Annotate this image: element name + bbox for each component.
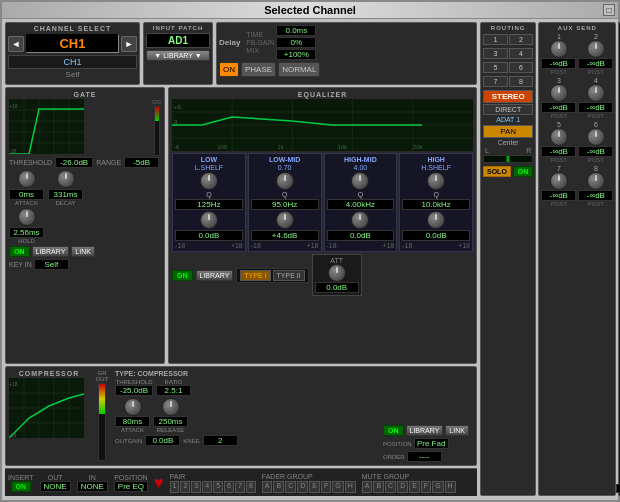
eq-low-q-knob[interactable] — [200, 172, 218, 190]
routing-bus6[interactable]: 6 — [509, 62, 534, 73]
routing-bus1[interactable]: 1 — [483, 34, 508, 45]
aux-8-knob[interactable] — [587, 172, 605, 190]
gate-hold-value: 2.56ms — [9, 227, 44, 238]
comp-on-button[interactable]: ON — [383, 425, 404, 436]
routing-bus2[interactable]: 2 — [509, 34, 534, 45]
aux-3-knob[interactable] — [550, 84, 568, 102]
gate-attack-knob[interactable] — [18, 170, 36, 188]
fader-group-btn-b[interactable]: B — [273, 481, 284, 493]
delay-on-button[interactable]: ON — [219, 62, 239, 77]
fader-group-btn-a[interactable]: A — [262, 481, 273, 493]
routing-r-label: R — [526, 147, 531, 154]
fader-group-btn-d[interactable]: D — [297, 481, 308, 493]
pair-btn-1[interactable]: 1 — [170, 481, 180, 493]
fader-group-btn-c[interactable]: C — [285, 481, 296, 493]
delay-normal-button[interactable]: NORMAL — [278, 62, 320, 77]
mute-group-btn-c[interactable]: C — [385, 481, 396, 493]
aux-1-value: -∞dB — [541, 58, 576, 69]
routing-pan-slider[interactable] — [483, 155, 533, 163]
gate-decay-label: DECAY — [55, 200, 75, 206]
routing-pan-button[interactable]: PAN — [483, 125, 533, 138]
eq-highmid-gain-knob[interactable] — [351, 211, 369, 229]
aux-7-knob[interactable] — [550, 172, 568, 190]
pair-btn-2[interactable]: 2 — [180, 481, 190, 493]
gate-link-button[interactable]: LINK — [71, 246, 95, 257]
eq-library-button[interactable]: LIBRARY — [196, 270, 234, 281]
pair-btn-8[interactable]: 8 — [246, 481, 256, 493]
pair-btn-5[interactable]: 5 — [213, 481, 223, 493]
eq-lowmid-range: -18+18 — [251, 242, 319, 249]
eq-high-q-knob[interactable] — [427, 172, 445, 190]
eq-high-label: HIGH — [427, 156, 445, 163]
aux-4-knob[interactable] — [587, 84, 605, 102]
aux-2-knob[interactable] — [587, 40, 605, 58]
eq-on-button[interactable]: ON — [172, 270, 193, 281]
routing-l-label: L — [485, 147, 489, 154]
routing-bus8[interactable]: 8 — [509, 76, 534, 87]
gate-hold-knob[interactable] — [18, 208, 36, 226]
mute-group-btn-f[interactable]: F — [421, 481, 431, 493]
pair-btn-6[interactable]: 6 — [224, 481, 234, 493]
fader-group-btn-h[interactable]: H — [345, 481, 356, 493]
aux-1-knob[interactable] — [550, 40, 568, 58]
eq-band-high: HIGH H.SHELF Q 10.0kHz 0.0dB -18+18 — [399, 153, 473, 252]
routing-solo-button[interactable]: SOLO — [483, 166, 511, 177]
fader-group-btn-g[interactable]: G — [332, 481, 343, 493]
fader-group-btn-e[interactable]: E — [309, 481, 320, 493]
comp-attack-knob[interactable] — [124, 398, 142, 416]
routing-bus7[interactable]: 7 — [483, 76, 508, 87]
gate-library-button[interactable]: LIBRARY — [32, 246, 70, 257]
mute-group-btn-b[interactable]: B — [373, 481, 384, 493]
pair-btn-4[interactable]: 4 — [202, 481, 212, 493]
comp-link-button[interactable]: LINK — [445, 425, 469, 436]
gate-decay-knob[interactable] — [57, 170, 75, 188]
main-window: Selected Channel □ CHANNEL SELECT ◄ CH1 … — [0, 0, 620, 502]
channel-prev-button[interactable]: ◄ — [8, 36, 24, 52]
pair-btn-7[interactable]: 7 — [235, 481, 245, 493]
eq-highmid-q-knob[interactable] — [351, 172, 369, 190]
insert-label: INSERT — [8, 474, 34, 481]
minimize-button[interactable]: □ — [603, 4, 615, 16]
mute-group-btn-g[interactable]: G — [432, 481, 443, 493]
comp-release-label: RELEASE — [157, 427, 185, 433]
channel-next-button[interactable]: ► — [121, 36, 137, 52]
eq-lowmid-gain-knob[interactable] — [276, 211, 294, 229]
insert-position-value: Pre EQ — [114, 481, 148, 492]
aux-5-knob[interactable] — [550, 128, 568, 146]
routing-section: ROUTING 1 2 3 4 5 6 7 8 STEREO DIRECT AD… — [480, 22, 536, 496]
routing-bus3[interactable]: 3 — [483, 48, 508, 59]
insert-in-group: IN NONE — [77, 474, 108, 492]
mute-group-btn-d[interactable]: D — [397, 481, 408, 493]
eq-type1-button[interactable]: TYPE I — [240, 270, 270, 281]
fader-group-btn-f[interactable]: F — [321, 481, 331, 493]
comp-release-knob[interactable] — [162, 398, 180, 416]
comp-gr-label: GR OUT — [92, 370, 112, 382]
eq-att-box: ATT 0.0dB — [312, 254, 362, 296]
routing-direct-button[interactable]: DIRECT — [483, 104, 533, 115]
pair-label: PAIR — [170, 473, 256, 480]
eq-high-type: H.SHELF — [421, 164, 451, 171]
gate-on-button[interactable]: ON — [9, 246, 30, 257]
aux-4-post: POST — [588, 113, 604, 119]
insert-out-group: OUT NONE — [40, 474, 71, 492]
mute-group-btn-h[interactable]: H — [445, 481, 456, 493]
delay-phase-button[interactable]: PHASE — [241, 62, 276, 77]
aux-6-knob[interactable] — [587, 128, 605, 146]
routing-bus5[interactable]: 5 — [483, 62, 508, 73]
eq-type2-button[interactable]: TYPE II — [273, 270, 305, 281]
mute-group-btn-a[interactable]: A — [362, 481, 373, 493]
routing-on-button[interactable]: ON — [513, 166, 534, 177]
insert-on-button[interactable]: ON — [11, 481, 32, 492]
routing-bus4[interactable]: 4 — [509, 48, 534, 59]
comp-library-button[interactable]: LIBRARY — [406, 425, 444, 436]
gate-graph: +18 -18 — [9, 99, 84, 154]
eq-low-gain-knob[interactable] — [200, 211, 218, 229]
eq-high-gain-knob[interactable] — [427, 211, 445, 229]
aux-2-post: POST — [588, 69, 604, 75]
eq-lowmid-q-knob[interactable] — [276, 172, 294, 190]
routing-stereo-button[interactable]: STEREO — [483, 90, 533, 103]
input-patch-library-button[interactable]: ▼ LIBRARY ▼ — [146, 50, 210, 61]
pair-btn-3[interactable]: 3 — [191, 481, 201, 493]
eq-att-knob[interactable] — [328, 264, 346, 282]
mute-group-btn-e[interactable]: E — [409, 481, 420, 493]
